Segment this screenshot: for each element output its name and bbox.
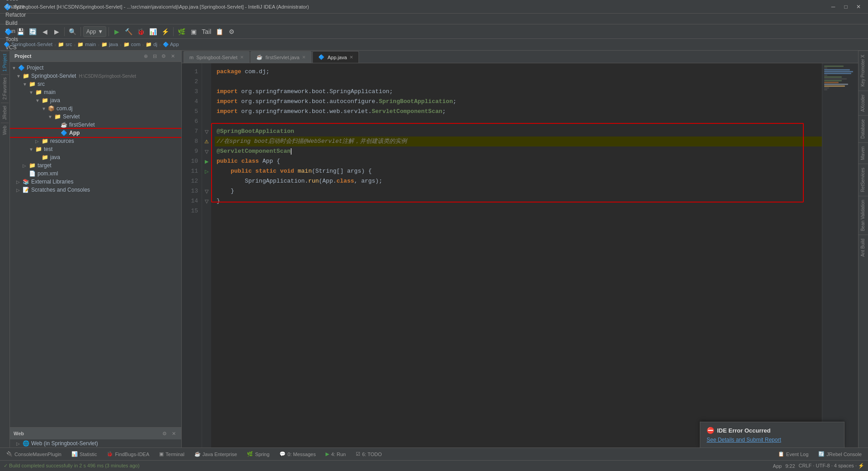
far-tab-ant-build[interactable]: Ant Build (859, 235, 868, 260)
maximize-button[interactable]: □ (840, 2, 852, 11)
coverage-btn[interactable]: 📊 (147, 26, 159, 37)
status-app-label: App (773, 463, 782, 469)
sync-btn[interactable]: 🔄 (27, 26, 38, 37)
run-gutter-10[interactable]: ▶ (202, 156, 211, 166)
tree-item-comdj[interactable]: ▼ 📦 com.dj (10, 104, 181, 113)
menu-item-build[interactable]: Build (2, 19, 30, 27)
settings-btn[interactable]: ⚙ (226, 26, 237, 37)
bottom-tab-findbugs[interactable]: 🐞 FindBugs-IDEA (102, 449, 154, 460)
bottom-tab-java-enterprise[interactable]: ☕ Java Enterprise (190, 449, 241, 460)
sep3 (108, 27, 109, 36)
left-tab-project[interactable]: 1:Project (1, 51, 9, 74)
tree-item-main[interactable]: ▼ 📁 main (10, 88, 181, 96)
profile-btn[interactable]: ⚡ (160, 26, 171, 37)
far-tab-key-promoter[interactable]: Key Promoter X (859, 51, 868, 90)
breadcrumb-item-3[interactable]: 📁 main (77, 42, 96, 47)
back-btn[interactable]: ◀ (39, 26, 50, 37)
tree-item-project[interactable]: ▼ 🔷 Project (10, 64, 181, 72)
structure-btn[interactable]: 📋 (214, 26, 225, 37)
tree-item-src[interactable]: ▼ 📁 src (10, 80, 181, 88)
bottom-tab-spring[interactable]: 🌿 Spring (242, 449, 274, 460)
sidebar-collapse-btn[interactable]: ⊟ (151, 52, 159, 60)
breadcrumb-item-4[interactable]: 📁 java (101, 42, 118, 47)
breadcrumb-item-6[interactable]: 📁 dj (146, 42, 157, 47)
line9-fold[interactable]: ▽ (202, 146, 211, 156)
breadcrumb-item-5[interactable]: 📁 com (123, 42, 141, 47)
tab-app-close[interactable]: ✕ (349, 55, 353, 60)
web-section-settings[interactable]: ⚙ (160, 429, 169, 438)
bottom-tab-statistic[interactable]: 📊 Statistic (67, 449, 102, 460)
arrow-src: ▼ (23, 82, 29, 87)
springboot-app-fold[interactable]: ▽ (202, 127, 211, 137)
bottom-tab-messages[interactable]: 💬 0: Messages (275, 449, 320, 460)
far-tab-axcoder[interactable]: AXcoder (859, 90, 868, 115)
breadcrumb-item-1[interactable]: 🔷 Springboot-Servlet (4, 42, 52, 47)
web-section-hide[interactable]: ✕ (170, 429, 178, 438)
bottom-tab-terminal[interactable]: ▣ Terminal (155, 449, 189, 460)
menu-item-refactor[interactable]: Refactor (2, 11, 30, 19)
tree-item-extlibs[interactable]: ▷ 📚 External Libraries (10, 178, 181, 186)
menu-item-analyze[interactable]: Analyze (2, 3, 30, 11)
far-tab-database[interactable]: Database (859, 115, 868, 142)
left-tab-web[interactable]: Web (1, 122, 9, 137)
bottom-tab-todo[interactable]: ☑ 6: TODO (351, 449, 387, 460)
tab-app[interactable]: 🔷 App.java ✕ (312, 51, 359, 63)
project-icon-btn[interactable]: 🔷 (3, 26, 14, 37)
tab-springboot[interactable]: m Springboot-Servlet ✕ (184, 51, 250, 63)
tree-item-app[interactable]: 🔷 App (10, 129, 181, 137)
arrow-springboot: ▼ (16, 74, 23, 79)
tree-item-resources[interactable]: ▷ 📁 resources (10, 137, 181, 145)
code-content[interactable]: package com.dj; import org.springframewo… (211, 63, 822, 447)
far-tab-maven[interactable]: Maven (859, 142, 868, 164)
bottom-tab-run[interactable]: ▶ 4: Run (321, 449, 350, 460)
line8-warning: ⚠ (202, 137, 211, 146)
tree-item-java2[interactable]: 📁 java (10, 153, 181, 161)
save-btn[interactable]: 💾 (15, 26, 26, 37)
fold-14[interactable]: ▽ (202, 196, 211, 206)
tab-firstservlet[interactable]: ☕ firstServlet.java ✕ (250, 51, 311, 63)
bottom-tab-console-maven[interactable]: 🔌 ConsoleMavenPlugin (2, 449, 66, 460)
minimize-button[interactable]: ─ (827, 2, 839, 11)
code-editor[interactable]: 1 2 3 4 5 6 7 8 9 10 11 12 13 14 15 (182, 63, 858, 447)
tree-item-web-item[interactable]: ▷ 🌐 Web (in Springboot-Servlet) (10, 439, 181, 447)
tree-item-java[interactable]: ▼ 📁 java (10, 96, 181, 104)
tree-item-springboot[interactable]: ▼ 📁 Springboot-Servlet H:\CSDN\Springboo… (10, 72, 181, 80)
fold-13[interactable]: ▽ (202, 186, 211, 196)
tree-item-servlet-folder[interactable]: ▼ 📁 Servlet (10, 113, 181, 121)
bottom-tab-event-log[interactable]: 📋 Event Log (774, 449, 813, 460)
sidebar-settings-btn[interactable]: ⚙ (160, 52, 168, 60)
label-scratches: Scratches and Consoles (31, 187, 90, 193)
tab-app-icon: 🔷 (318, 54, 325, 60)
run-config-dropdown[interactable]: App ▼ (83, 26, 106, 37)
bottom-tabs: 🔌 ConsoleMavenPlugin 📊 Statistic 🐞 FindB… (0, 447, 868, 460)
terminal-btn[interactable]: ▣ (188, 26, 199, 37)
tree-item-pom[interactable]: 📄 pom.xml (10, 170, 181, 178)
left-tab-favorites[interactable]: 2:Favorites (1, 74, 9, 102)
forward-btn[interactable]: ▶ (51, 26, 62, 37)
menu-item-code[interactable]: Code (2, 0, 30, 3)
find-btn[interactable]: 🔍 (67, 26, 78, 37)
tab-springboot-close[interactable]: ✕ (240, 55, 244, 60)
build-btn[interactable]: 🔨 (123, 26, 134, 37)
vcs-btn[interactable]: 🌿 (176, 26, 187, 37)
breadcrumb-item-2[interactable]: 📁 src (58, 42, 72, 47)
tree-item-test[interactable]: ▼ 📁 test (10, 145, 181, 153)
breadcrumb-item-7[interactable]: 🔷 App (163, 42, 179, 47)
close-button[interactable]: ✕ (853, 2, 864, 11)
far-tab-retservices[interactable]: RetServices (859, 164, 868, 196)
sidebar-sync-btn[interactable]: ⊕ (142, 52, 150, 60)
tree-item-target[interactable]: ▷ 📁 target (10, 161, 181, 170)
tree-item-firstservlet[interactable]: ☕ firstServlet (10, 121, 181, 129)
debug-btn[interactable]: 🐞 (135, 26, 146, 37)
tree-item-scratches[interactable]: ▷ 📝 Scratches and Consoles (10, 186, 181, 194)
tab-firstservlet-close[interactable]: ✕ (302, 55, 306, 60)
sidebar-hide-btn[interactable]: ✕ (169, 52, 177, 60)
bottom-tab-jrebel-console[interactable]: 🔄 JRebel Console (814, 449, 866, 460)
left-tab-jrebel[interactable]: JRebel (1, 103, 9, 122)
event-log-label: Event Log (786, 452, 809, 457)
tail-btn[interactable]: Tail (200, 26, 213, 37)
run-btn[interactable]: ▶ (111, 26, 122, 37)
error-details-link[interactable]: See Details and Submit Report (707, 437, 781, 443)
run-gutter-11[interactable]: ▷ (202, 166, 211, 176)
far-tab-bean-validation[interactable]: Bean Validation (859, 196, 868, 235)
